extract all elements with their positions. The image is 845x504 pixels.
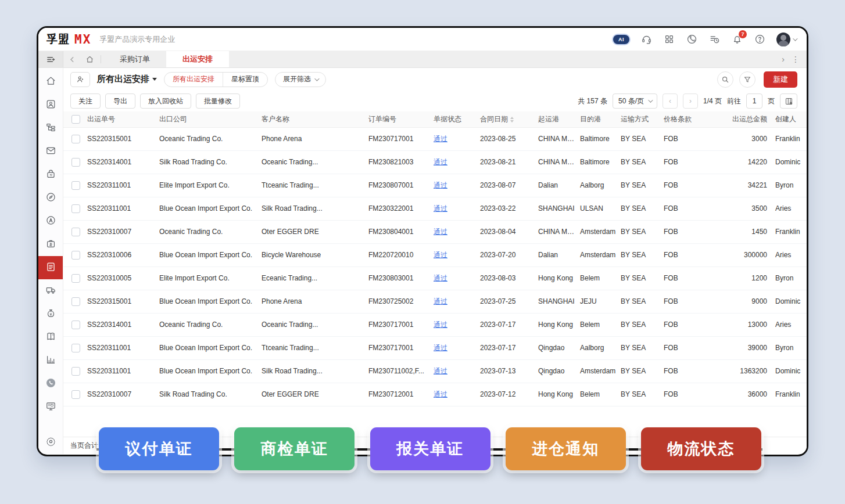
owner-filter-button[interactable] [70,72,90,87]
row-checkbox[interactable] [71,204,80,213]
sidebar-item-mail[interactable] [38,140,63,163]
recycle-bin-button[interactable]: 放入回收站 [140,93,191,109]
sort-icon[interactable] [510,117,514,123]
status-link[interactable]: 通过 [434,321,447,329]
column-header-11[interactable]: 出运总金额 [706,111,773,127]
column-header-7[interactable]: 起运港 [536,111,578,127]
workflow-button-报关单证[interactable]: 报关单证 [370,427,490,470]
column-settings-icon[interactable] [780,93,797,109]
sidebar-item-ledger-book[interactable] [38,326,63,349]
segment-all-shipments[interactable]: 所有出运安排 [164,73,223,87]
segment-starred-top[interactable]: 星标置顶 [223,73,267,87]
sidebar-item-settings-gear[interactable] [38,431,63,454]
sidebar-item-contacts[interactable] [38,93,63,117]
task-history-icon[interactable] [708,34,720,45]
row-checkbox[interactable] [71,390,80,399]
status-link[interactable]: 通过 [434,228,447,236]
table-row[interactable]: SS220314001Silk Road Trading Co.Oceanic … [63,150,807,174]
tab-kebab-icon[interactable]: ⋮ [792,55,800,64]
sidebar-item-circle-a[interactable] [38,210,63,233]
row-checkbox[interactable] [71,181,80,190]
column-header-3[interactable]: 客户名称 [259,111,366,127]
status-link[interactable]: 通过 [434,390,447,398]
status-link[interactable]: 通过 [434,297,447,305]
user-avatar[interactable] [776,33,796,46]
goto-page-input[interactable] [746,93,762,109]
help-icon[interactable] [754,34,765,45]
prev-page-button[interactable]: ‹ [663,93,678,109]
column-header-12[interactable]: 创建人 [773,111,807,127]
column-header-2[interactable]: 出口公司 [157,111,259,127]
sidebar-item-whatsapp[interactable] [38,372,63,395]
sidebar-item-workbench-monitor[interactable] [38,395,63,419]
table-row[interactable]: SS220311001Blue Ocean Import Export Co.S… [63,359,807,383]
table-row[interactable]: SS220311001Blue Ocean Import Export Co.T… [63,336,807,359]
next-page-button[interactable]: › [683,93,698,109]
row-checkbox[interactable] [71,158,80,167]
status-link[interactable]: 通过 [434,367,447,375]
table-row[interactable]: SS220310007Silk Road Trading Co.Oter EGG… [63,383,807,406]
column-header-5[interactable]: 单据状态 [431,111,478,127]
tab-shipping-arrangement[interactable]: 出运安排 [166,51,229,67]
row-checkbox[interactable] [71,135,80,143]
workflow-button-进仓通知[interactable]: 进仓通知 [506,427,626,470]
status-link[interactable]: 通过 [434,135,447,143]
status-link[interactable]: 通过 [434,251,447,259]
sidebar-item-report-chart[interactable] [38,349,63,372]
status-link[interactable]: 通过 [434,181,447,189]
column-header-9[interactable]: 运输方式 [618,111,661,127]
headset-support-icon[interactable] [640,34,652,45]
table-row[interactable]: SS220310006Blue Ocean Import Export Co.B… [63,243,807,267]
table-row[interactable]: SS220314001Oceanic Trading Co.Oceanic Tr… [63,313,807,336]
sidebar-item-home[interactable] [38,70,63,93]
table-row[interactable]: SS220315001Blue Ocean Import Export Co.P… [63,290,807,313]
create-button[interactable]: 新建 [764,71,797,88]
sidebar-item-compass[interactable] [38,186,63,210]
sidebar-item-logistics-truck[interactable] [38,279,63,303]
table-row[interactable]: SS220311001Elite Import Export Co.Ttcean… [63,174,807,197]
table-row[interactable]: SS220310007Oceanic Trading Co.Oter EGGER… [63,220,807,243]
column-header-10[interactable]: 价格条款 [661,111,706,127]
column-header-8[interactable]: 目的港 [578,111,618,127]
status-link[interactable]: 通过 [434,158,447,166]
tab-purchase-orders[interactable]: 采购订单 [103,51,166,67]
row-checkbox[interactable] [71,274,80,283]
sidebar-item-money-bag[interactable] [38,303,63,326]
apps-grid-icon[interactable] [663,34,675,45]
sidebar-collapse-icon[interactable] [38,51,63,67]
row-checkbox[interactable] [71,251,80,260]
batch-edit-button[interactable]: 批量修改 [196,93,240,109]
sidebar-item-shipping-doc[interactable] [38,256,63,279]
row-checkbox[interactable] [71,228,80,236]
row-checkbox[interactable] [71,367,80,376]
filter-funnel-icon[interactable] [739,71,756,88]
view-selector[interactable]: 所有出运安排 [97,74,157,85]
tab-scroll-right-icon[interactable]: › [782,55,785,64]
sidebar-item-finance-briefcase[interactable] [38,233,63,256]
expand-filter-button[interactable]: 展开筛选 [275,72,326,87]
workflow-button-议付单证[interactable]: 议付单证 [99,427,219,470]
tab-home-icon[interactable] [81,51,98,67]
sidebar-item-orders-bag[interactable] [38,163,63,186]
table-row[interactable]: SS220310005Elite Import Export Co.Eceani… [63,267,807,290]
row-checkbox[interactable] [71,321,80,329]
status-link[interactable]: 通过 [434,344,447,352]
select-all-checkbox[interactable] [71,115,80,124]
workflow-button-商检单证[interactable]: 商检单证 [234,427,355,470]
column-header-6[interactable]: 合同日期 [478,111,536,127]
column-header-1[interactable]: 出运单号 [85,111,157,127]
column-header-4[interactable]: 订单编号 [366,111,431,127]
export-button[interactable]: 导出 [105,93,135,109]
notification-bell-icon[interactable]: 7 [731,34,743,45]
row-checkbox[interactable] [71,297,80,306]
sidebar-item-org-structure[interactable] [38,117,63,140]
ai-assistant-icon[interactable]: AI [613,34,629,45]
search-icon[interactable] [717,71,733,88]
status-link[interactable]: 通过 [434,204,447,213]
tab-back-icon[interactable] [63,51,81,67]
workflow-button-物流状态[interactable]: 物流状态 [641,427,761,470]
row-checkbox[interactable] [71,344,80,352]
follow-button[interactable]: 关注 [70,93,101,109]
phone-call-icon[interactable] [686,34,697,45]
status-link[interactable]: 通过 [434,274,447,282]
